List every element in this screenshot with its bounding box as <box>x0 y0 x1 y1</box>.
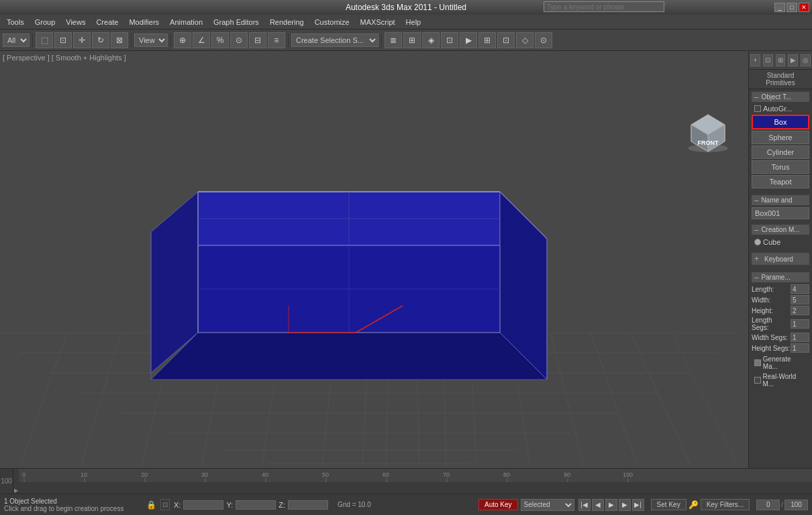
modify-tab[interactable]: ⊡ <box>763 54 773 66</box>
create-selection-dropdown[interactable]: Create Selection S... <box>291 34 378 47</box>
raytrace-btn[interactable]: ◇ <box>516 32 534 48</box>
menu-maxscript[interactable]: MAXScript <box>356 17 399 27</box>
timeline-play-btn[interactable]: ▶ <box>13 469 19 494</box>
menu-customize[interactable]: Customize <box>311 17 354 27</box>
generate-mapping-row: Generate Ma... <box>752 354 809 371</box>
hierarchy-tab[interactable]: ⊞ <box>776 54 786 66</box>
params-collapse[interactable]: ─ <box>754 274 758 281</box>
frame-counter: / <box>756 500 808 510</box>
select-object-btn[interactable]: ⬚ <box>36 32 53 48</box>
menu-graph-editors[interactable]: Graph Editors <box>209 17 263 27</box>
autokey-button[interactable]: Auto Key <box>478 499 518 510</box>
status-left: 1 Object Selected Click and drag to begi… <box>4 498 138 512</box>
scale-btn[interactable]: ⊠ <box>111 32 128 48</box>
sphere-button[interactable]: Sphere <box>752 131 809 144</box>
lock-btn-area[interactable]: 🔒 <box>146 500 156 510</box>
creation-collapse[interactable]: ─ <box>754 227 758 233</box>
real-world-checkbox[interactable] <box>754 377 761 384</box>
keyboard-header: + Keyboard <box>752 253 809 265</box>
menu-group[interactable]: Group <box>31 17 60 27</box>
y-input[interactable] <box>236 500 276 510</box>
menu-views[interactable]: Views <box>62 17 89 27</box>
height-input[interactable] <box>791 306 809 315</box>
svg-text:40: 40 <box>262 471 268 478</box>
play-btn[interactable]: ▶ <box>605 499 617 511</box>
autogrid-checkbox[interactable] <box>754 105 761 112</box>
height-segs-input[interactable] <box>791 343 809 353</box>
align-btn[interactable]: ≡ <box>268 32 285 48</box>
display-tab[interactable]: ◎ <box>801 54 811 66</box>
snap-percent-btn[interactable]: % <box>211 32 229 48</box>
width-segs-input[interactable] <box>791 333 809 342</box>
next-frame-btn[interactable]: ▶ <box>619 499 631 511</box>
menu-create[interactable]: Create <box>92 17 122 27</box>
mirror-btn[interactable]: ⊟ <box>249 32 266 48</box>
name-collapse[interactable]: ─ <box>754 197 758 204</box>
layer-mgr-btn[interactable]: ≣ <box>385 32 402 48</box>
snap-angle-btn[interactable]: ∠ <box>193 32 210 48</box>
close-button[interactable]: ✕ <box>799 3 809 12</box>
width-input[interactable] <box>791 295 809 304</box>
x-input[interactable] <box>183 500 223 510</box>
select-region-btn[interactable]: ⊡ <box>54 32 72 48</box>
menu-animation[interactable]: Animation <box>166 17 207 27</box>
rotate-btn[interactable]: ↻ <box>92 32 109 48</box>
goto-end-btn[interactable]: ▶| <box>632 499 644 511</box>
move-btn[interactable]: ✛ <box>73 32 91 48</box>
length-input[interactable] <box>791 284 809 294</box>
create-tab[interactable]: + <box>750 54 760 66</box>
schematic-btn[interactable]: ⊞ <box>403 32 421 48</box>
generate-mapping-checkbox[interactable] <box>754 359 761 366</box>
view-dropdown[interactable]: View <box>134 34 168 47</box>
quick-render-btn[interactable]: ▶ <box>460 32 477 48</box>
selected-dropdown[interactable]: Selected <box>521 499 574 511</box>
length-segs-input[interactable] <box>791 319 809 329</box>
menu-rendering[interactable]: Rendering <box>266 17 308 27</box>
box-button[interactable]: Box <box>752 115 809 129</box>
material-editor-btn[interactable]: ◈ <box>422 32 440 48</box>
total-frames-input[interactable] <box>784 500 808 510</box>
timeline-ruler[interactable]: 0 10 20 30 40 50 60 70 80 90 100 <box>19 469 812 494</box>
teapot-button[interactable]: Teapot <box>752 175 809 188</box>
collapse-icon[interactable]: ─ <box>754 94 758 101</box>
render-to-texture-btn[interactable]: ⊞ <box>478 32 496 48</box>
cube-radio[interactable] <box>754 239 761 245</box>
goto-start-btn[interactable]: |◀ <box>578 499 591 511</box>
params-section: ─ Parame... Length: Width: Height: Lengt… <box>749 270 812 392</box>
timeline-area: 100 ▶ 0 10 20 30 40 50 60 70 80 90 100 <box>0 468 812 494</box>
lock-icon: 🔒 <box>146 500 156 510</box>
right-panel: + ⊡ ⊞ ▶ ◎ Standard Primitives ─ Object T… <box>748 51 812 468</box>
snap-spinner-btn[interactable]: ⊙ <box>230 32 248 48</box>
filter-dropdown[interactable]: All <box>3 34 30 47</box>
ifl-mgr-btn[interactable]: ⊙ <box>535 32 552 48</box>
menu-tools[interactable]: Tools <box>3 17 28 27</box>
render-frame-btn[interactable]: ⊡ <box>497 32 515 48</box>
coord-row: X: Y: Z: <box>174 500 328 510</box>
snap-toggle-btn[interactable]: ⊕ <box>174 32 191 48</box>
z-input[interactable] <box>288 500 328 510</box>
set-key-button[interactable]: Set Key <box>651 499 687 510</box>
cube-navigator[interactable]: FRONT <box>681 105 735 158</box>
params-header: ─ Parame... <box>752 272 809 282</box>
prev-frame-btn[interactable]: ◀ <box>592 499 604 511</box>
keyboard-plus[interactable]: + <box>754 254 759 264</box>
viewport[interactable]: [ Perspective ] [ Smooth + Highlights ] <box>0 51 748 468</box>
key-filters-button[interactable]: Key Filters... <box>701 499 750 510</box>
statusbar: 1 Object Selected Click and drag to begi… <box>0 494 812 515</box>
menu-help[interactable]: Help <box>402 17 425 27</box>
search-input[interactable] <box>544 1 664 12</box>
set-key-area: Set Key 🔑 Key Filters... <box>651 499 750 510</box>
menu-modifiers[interactable]: Modifiers <box>125 17 163 27</box>
sep3 <box>170 34 171 47</box>
maximize-button[interactable]: □ <box>786 3 797 12</box>
cylinder-button[interactable]: Cylinder <box>752 146 809 159</box>
keyboard-section: + Keyboard <box>749 250 812 270</box>
title-text: Autodesk 3ds Max 2011 - Untitled <box>346 3 466 12</box>
render-setup-btn[interactable]: ⊡ <box>441 32 458 48</box>
grid-info: Grid = 10.0 <box>338 501 371 508</box>
frame-input[interactable] <box>756 500 780 510</box>
minimize-button[interactable]: _ <box>774 3 785 12</box>
name-input[interactable] <box>752 207 809 219</box>
torus-button[interactable]: Torus <box>752 160 809 174</box>
motion-tab[interactable]: ▶ <box>788 54 798 66</box>
